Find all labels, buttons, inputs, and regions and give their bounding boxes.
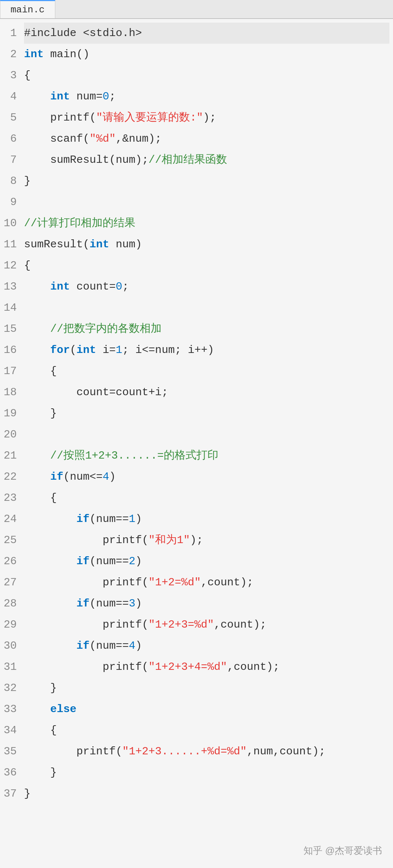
code-token: ,&num); — [116, 133, 162, 145]
code-token: ,count); — [227, 661, 279, 673]
code-line: sumResult(num);//相加结果函数 — [24, 149, 389, 170]
line-number: 7 — [4, 149, 17, 170]
code-token: ); — [203, 111, 216, 124]
code-content: #include <stdio.h>int main(){ int num=0;… — [20, 23, 393, 804]
code-token: num) — [109, 238, 142, 251]
code-area: 1234567891011121314151617181920212223242… — [0, 19, 393, 808]
line-number: 37 — [4, 783, 17, 804]
hl-number-token: 0 — [103, 90, 109, 103]
hl-keyword-token: int — [24, 48, 44, 60]
code-line: else — [24, 699, 389, 720]
hl-string-token: "%d" — [90, 133, 116, 145]
line-number: 27 — [4, 572, 17, 593]
code-token: ; i<=num; i++) — [122, 344, 214, 356]
hl-keyword-token: else — [50, 703, 76, 715]
line-number: 13 — [4, 276, 17, 297]
code-token — [24, 280, 50, 293]
line-number: 8 — [4, 170, 17, 192]
code-line: printf("1+2+3=%d",count); — [24, 614, 389, 635]
hl-comment-token: //计算打印相加的结果 — [24, 217, 135, 229]
hl-number-token: 1 — [116, 344, 122, 356]
code-token: ,count); — [214, 618, 266, 631]
line-number: 15 — [4, 318, 17, 339]
line-number: 26 — [4, 551, 17, 572]
code-token: ) — [135, 640, 142, 652]
code-token: } — [24, 766, 57, 779]
code-token: { — [24, 492, 57, 504]
line-number: 25 — [4, 530, 17, 551]
code-line: sumResult(int num) — [24, 234, 389, 255]
code-token: (num== — [90, 597, 129, 610]
code-line: #include <stdio.h> — [24, 23, 389, 44]
line-number: 30 — [4, 635, 17, 656]
code-token: i= — [96, 344, 116, 356]
code-token — [24, 471, 50, 483]
code-token: (num== — [90, 640, 129, 652]
code-line: if(num<=4) — [24, 466, 389, 487]
code-token — [24, 323, 50, 335]
code-token: { — [24, 69, 31, 82]
code-token: printf( — [24, 111, 96, 124]
line-number: 23 — [4, 487, 17, 508]
code-line: ​ — [24, 297, 389, 318]
hl-keyword-token: if — [76, 513, 90, 525]
tab-main-c[interactable]: main.c — [0, 0, 55, 18]
code-token: (num== — [90, 555, 129, 567]
code-token: { — [24, 259, 31, 272]
hl-comment-token: //按照1+2+3......=的格式打印 — [50, 449, 218, 462]
code-token: printf( — [24, 661, 148, 673]
line-number: 3 — [4, 65, 17, 86]
code-token: #include <stdio.h> — [24, 27, 142, 39]
code-line: { — [24, 487, 389, 508]
code-line: printf("和为1"); — [24, 530, 389, 551]
hl-number-token: 3 — [129, 597, 135, 610]
line-number: 18 — [4, 382, 17, 403]
code-line: printf("1+2+3......+%d=%d",num,count); — [24, 741, 389, 762]
hl-number-token: 2 — [129, 555, 135, 567]
line-number: 1 — [4, 23, 17, 44]
hl-keyword-token: if — [76, 597, 90, 610]
line-number: 12 — [4, 255, 17, 276]
line-number: 36 — [4, 762, 17, 783]
code-token — [24, 344, 50, 356]
code-line: ​ — [24, 424, 389, 445]
hl-keyword-token: for — [50, 344, 70, 356]
line-number: 5 — [4, 107, 17, 128]
code-line: } — [24, 403, 389, 424]
tab-bar: main.c — [0, 0, 393, 19]
hl-number-token: 4 — [103, 471, 109, 483]
code-line: { — [24, 65, 389, 86]
line-number: 22 — [4, 466, 17, 487]
code-token: ,count); — [201, 576, 253, 589]
hl-comment-token: //相加结果函数 — [148, 154, 227, 166]
code-line: printf("1+2+3+4=%d",count); — [24, 656, 389, 677]
code-token — [24, 449, 50, 462]
code-line: } — [24, 783, 389, 804]
line-number: 10 — [4, 213, 17, 234]
hl-keyword-token: if — [76, 555, 90, 567]
code-token: sumResult(num); — [24, 154, 148, 166]
code-line: printf("请输入要运算的数:"); — [24, 107, 389, 128]
code-line: //按照1+2+3......=的格式打印 — [24, 445, 389, 466]
code-token: ) — [135, 513, 142, 525]
hl-string-token: "1+2+3......+%d=%d" — [122, 745, 247, 758]
code-token: ( — [70, 344, 76, 356]
code-token: ); — [190, 534, 203, 546]
code-token: { — [24, 365, 57, 377]
line-number: 2 — [4, 44, 17, 65]
code-line: { — [24, 255, 389, 276]
hl-string-token: "请输入要运算的数:" — [96, 111, 203, 124]
code-token: printf( — [24, 576, 148, 589]
code-line: } — [24, 677, 389, 699]
line-number: 32 — [4, 677, 17, 699]
hl-keyword-token: if — [50, 471, 63, 483]
code-token: printf( — [24, 534, 148, 546]
code-line: for(int i=1; i<=num; i++) — [24, 339, 389, 361]
code-token: ) — [135, 555, 142, 567]
hl-string-token: "1+2=%d" — [148, 576, 201, 589]
line-number: 9 — [4, 192, 17, 213]
code-line: if(num==3) — [24, 593, 389, 614]
code-token: printf( — [24, 745, 122, 758]
hl-number-token: 4 — [129, 640, 135, 652]
code-token: } — [24, 175, 31, 187]
